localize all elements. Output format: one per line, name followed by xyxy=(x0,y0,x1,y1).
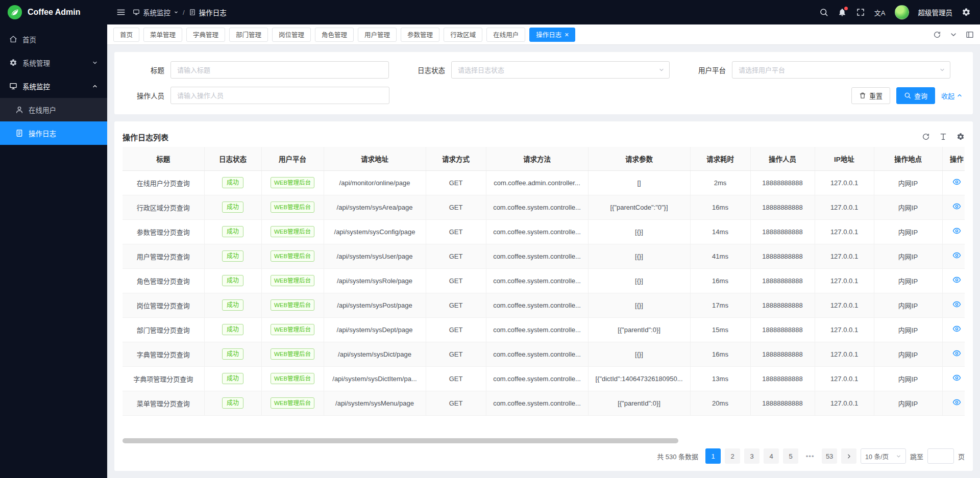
chevron-down-icon[interactable] xyxy=(949,31,958,39)
tab-bar: 首页菜单管理字典管理部门管理岗位管理角色管理用户管理参数管理行政区域在线用户操作… xyxy=(107,24,980,45)
tab-首页[interactable]: 首页 xyxy=(113,28,139,42)
language-translate-icon[interactable]: 文A xyxy=(874,8,886,17)
breadcrumb-parent[interactable]: 系统监控 xyxy=(143,7,170,17)
view-detail-eye-button[interactable] xyxy=(952,300,961,309)
title-input[interactable] xyxy=(170,61,389,79)
view-detail-eye-button[interactable] xyxy=(952,227,961,235)
page-button-2[interactable]: 2 xyxy=(725,448,740,464)
cell-platform: WEB管理后台 xyxy=(261,170,324,195)
tab-部门管理[interactable]: 部门管理 xyxy=(229,28,268,42)
cell-title: 参数管理分页查询 xyxy=(122,219,204,244)
column-settings-gear-icon[interactable] xyxy=(957,133,965,141)
cell-status: 成功 xyxy=(204,342,261,366)
cell-action xyxy=(942,293,965,317)
collapse-link-label: 收起 xyxy=(941,91,954,100)
fullscreen-icon[interactable] xyxy=(856,8,865,17)
tab-菜单管理[interactable]: 菜单管理 xyxy=(143,28,182,42)
cell-operator: 18888888888 xyxy=(750,244,815,268)
collapse-sidebar-icon[interactable] xyxy=(116,8,126,17)
cell-duration: 13ms xyxy=(690,366,750,391)
cell-url: /api/system/sysUser/page xyxy=(324,244,426,268)
page-button-53[interactable]: 53 xyxy=(822,448,837,464)
tabs: 首页菜单管理字典管理部门管理岗位管理角色管理用户管理参数管理行政区域在线用户操作… xyxy=(113,28,575,42)
tab-岗位管理[interactable]: 岗位管理 xyxy=(272,28,311,42)
tab-用户管理[interactable]: 用户管理 xyxy=(358,28,397,42)
cell-operator: 18888888888 xyxy=(750,219,815,244)
cell-url: /api/system/sysMenu/page xyxy=(324,391,426,415)
tab-行政区域[interactable]: 行政区域 xyxy=(444,28,482,42)
tab-在线用户[interactable]: 在线用户 xyxy=(486,28,525,42)
sidebar-item-home[interactable]: 首页 xyxy=(0,28,107,51)
sidebar-item-system-manage[interactable]: 系统管理 xyxy=(0,51,107,74)
view-detail-eye-button[interactable] xyxy=(952,202,961,211)
view-detail-eye-button[interactable] xyxy=(952,398,961,407)
platform-badge: WEB管理后台 xyxy=(271,202,314,213)
view-detail-eye-button[interactable] xyxy=(952,373,961,382)
layout-panel-icon[interactable] xyxy=(966,31,974,39)
tab-角色管理[interactable]: 角色管理 xyxy=(315,28,354,42)
breadcrumb-separator: / xyxy=(183,9,185,16)
cell-title: 行政区域分页查询 xyxy=(122,195,204,219)
tab-参数管理[interactable]: 参数管理 xyxy=(401,28,439,42)
cell-method: GET xyxy=(426,170,486,195)
column-header: 操作 xyxy=(942,147,965,170)
search-button[interactable]: 查询 xyxy=(896,87,935,104)
cell-action xyxy=(942,268,965,293)
page-size-select[interactable]: 10 条/页 xyxy=(861,448,906,464)
cell-func: com.coffee.admin.controller... xyxy=(486,170,588,195)
search-icon[interactable] xyxy=(819,8,828,17)
jump-page-input[interactable] xyxy=(927,448,954,464)
reset-button[interactable]: 重置 xyxy=(851,87,890,104)
view-detail-eye-button[interactable] xyxy=(952,324,961,333)
platform-label: 用户平台 xyxy=(684,65,726,75)
sidebar-item-operation-log[interactable]: 操作日志 xyxy=(0,121,107,145)
cell-title: 字典项管理分页查询 xyxy=(122,366,204,391)
chevron-down-icon xyxy=(92,60,98,66)
page-button-5[interactable]: 5 xyxy=(783,448,798,464)
status-select[interactable] xyxy=(451,61,670,79)
page-button-3[interactable]: 3 xyxy=(744,448,760,464)
sidebar-item-system-monitor[interactable]: 系统监控 xyxy=(0,74,107,98)
username[interactable]: 超级管理员 xyxy=(918,7,953,17)
avatar[interactable] xyxy=(895,5,909,19)
view-detail-eye-button[interactable] xyxy=(952,178,961,186)
cell-title: 用户管理分页查询 xyxy=(122,244,204,268)
view-detail-eye-button[interactable] xyxy=(952,349,961,358)
page-button-1[interactable]: 1 xyxy=(705,448,721,464)
view-detail-eye-button[interactable] xyxy=(952,275,961,284)
tab-操作日志[interactable]: 操作日志× xyxy=(529,28,575,42)
cell-ip: 127.0.0.1 xyxy=(815,342,874,366)
chevron-down-icon xyxy=(896,454,901,459)
table-tools xyxy=(922,133,965,141)
refresh-icon[interactable] xyxy=(922,133,930,141)
tab-字典管理[interactable]: 字典管理 xyxy=(186,28,225,42)
table-row: 参数管理分页查询成功WEB管理后台/api/system/sysConfig/p… xyxy=(122,219,965,244)
cell-operator: 18888888888 xyxy=(750,342,815,366)
gear-icon xyxy=(9,59,17,67)
platform-select[interactable] xyxy=(732,61,950,79)
status-badge: 成功 xyxy=(222,250,243,262)
cell-status: 成功 xyxy=(204,366,261,391)
logo-leaf-icon xyxy=(7,5,22,20)
page-button-4[interactable]: 4 xyxy=(764,448,779,464)
monitor-icon xyxy=(9,82,17,90)
cell-title: 角色管理分页查询 xyxy=(122,268,204,293)
app-logo[interactable]: Coffee Admin xyxy=(0,0,107,24)
collapse-filter-link[interactable]: 收起 xyxy=(941,91,963,100)
cell-method: GET xyxy=(426,219,486,244)
cell-platform: WEB管理后台 xyxy=(261,391,324,415)
notification-bell-icon[interactable] xyxy=(838,8,847,17)
settings-gear-icon[interactable] xyxy=(962,8,971,17)
cell-location: 内网IP xyxy=(874,268,942,293)
operator-input[interactable] xyxy=(170,87,389,104)
view-detail-eye-button[interactable] xyxy=(952,251,961,260)
horizontal-scrollbar-thumb[interactable] xyxy=(122,438,678,443)
filter-actions: 重置 查询 收起 xyxy=(851,87,965,104)
next-page-button[interactable] xyxy=(841,448,856,464)
tab-close-icon[interactable]: × xyxy=(565,31,569,38)
cell-operator: 18888888888 xyxy=(750,366,815,391)
chevron-up-icon xyxy=(92,83,98,89)
refresh-icon[interactable] xyxy=(933,31,941,39)
row-height-icon[interactable] xyxy=(939,133,947,141)
sidebar-item-online-users[interactable]: 在线用户 xyxy=(0,98,107,121)
